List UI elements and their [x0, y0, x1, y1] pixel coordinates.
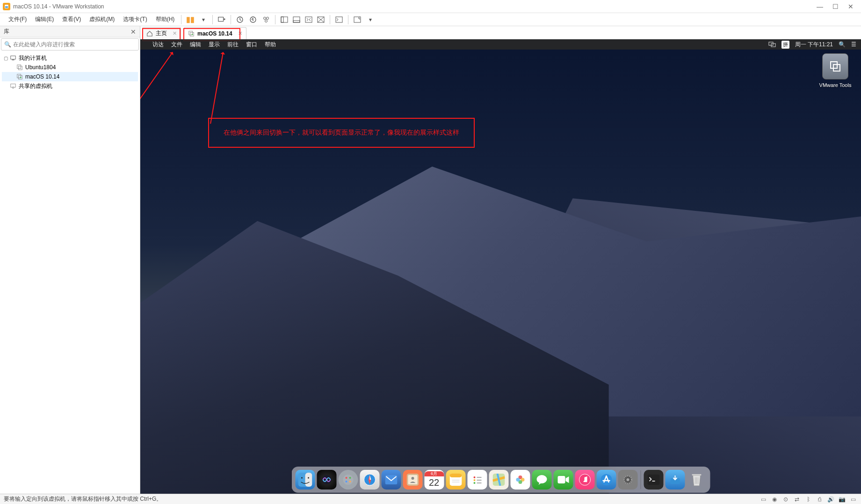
dock-launchpad[interactable] — [338, 470, 358, 490]
dropdown-icon[interactable]: ▾ — [197, 14, 210, 25]
snapshot-revert-button[interactable] — [247, 14, 259, 25]
svg-point-41 — [349, 481, 351, 482]
console-button[interactable] — [333, 14, 345, 25]
status-msg-icon[interactable]: ▭ — [849, 496, 857, 503]
dock-notes[interactable] — [446, 470, 465, 490]
svg-point-7 — [265, 20, 268, 22]
mac-menu-edit[interactable]: 编辑 — [190, 41, 201, 49]
status-device-icon[interactable]: ▭ — [759, 496, 767, 503]
fullscreen-button[interactable] — [351, 14, 363, 25]
dock-trash[interactable] — [687, 470, 706, 490]
status-printer-icon[interactable]: ⎙ — [815, 496, 824, 503]
menu-edit[interactable]: 编辑(E) — [31, 14, 58, 25]
svg-rect-78 — [692, 474, 701, 475]
mac-menu-help[interactable]: 帮助 — [265, 41, 276, 49]
search-input[interactable] — [13, 41, 136, 48]
menu-view[interactable]: 查看(V) — [58, 14, 85, 25]
mac-menu-finder[interactable]: 访达 — [152, 41, 164, 49]
menu-file[interactable]: 文件(F) — [5, 14, 30, 25]
dock-contacts[interactable] — [403, 470, 422, 490]
sidebar-close-button[interactable]: ✕ — [130, 28, 136, 36]
svg-rect-8 — [281, 17, 288, 22]
menu-vm[interactable]: 虚拟机(M) — [86, 14, 118, 25]
dock-terminal[interactable] — [644, 470, 663, 490]
tab-close-icon[interactable]: ✕ — [173, 30, 177, 36]
vmware-tools-icon — [822, 53, 848, 79]
home-icon — [146, 30, 153, 37]
desktop-vmware-tools[interactable]: VMware Tools — [819, 53, 852, 88]
mac-menu-goto[interactable]: 前往 — [227, 41, 239, 49]
status-net-icon[interactable]: ⇄ — [793, 496, 801, 503]
mac-menu-show[interactable]: 显示 — [209, 41, 220, 49]
tab-macos[interactable]: macOS 10.14 ✕ — [184, 27, 246, 39]
status-sound-icon[interactable]: 🔊 — [826, 496, 835, 503]
tree-item-ubuntu[interactable]: Ubuntu1804 — [2, 63, 138, 72]
content-area: 主页 ✕ macOS 10.14 ✕ 访达 文件 编辑 显示 前往 窗口 — [140, 26, 861, 494]
status-usb-icon[interactable]: ᛒ — [804, 496, 812, 503]
tree-root-mycomputer[interactable]: ▢ 我的计算机 — [2, 53, 138, 63]
svg-rect-51 — [449, 474, 462, 477]
dock-safari[interactable] — [360, 470, 379, 490]
svg-rect-46 — [385, 475, 397, 484]
snapshot-manage-button[interactable] — [260, 14, 272, 25]
dock-mail[interactable] — [381, 470, 401, 490]
menulist-icon[interactable]: ☰ — [851, 41, 856, 48]
svg-point-35 — [308, 477, 309, 479]
svg-point-74 — [626, 478, 629, 481]
maximize-button[interactable]: ☐ — [832, 3, 839, 10]
send-button[interactable] — [216, 14, 228, 25]
dock-settings[interactable] — [618, 470, 637, 490]
sidebar-title: 库 — [4, 28, 9, 36]
view-thumb-button[interactable] — [278, 14, 290, 25]
desktop-icon-label: VMware Tools — [819, 82, 852, 88]
dock-photos[interactable] — [510, 470, 530, 490]
view-stretch-button[interactable] — [315, 14, 327, 25]
svg-point-57 — [473, 482, 475, 484]
dock-finder[interactable] — [295, 470, 315, 490]
svg-rect-10 — [293, 17, 300, 22]
dropdown2-icon[interactable]: ▾ — [364, 14, 376, 25]
mac-menu-file[interactable]: 文件 — [171, 41, 182, 49]
svg-rect-1 — [5, 6, 8, 8]
dock-maps[interactable] — [489, 470, 508, 490]
tab-close-icon[interactable]: ✕ — [238, 30, 242, 36]
dock-calendar[interactable]: 6月 22 — [424, 470, 444, 490]
tab-home[interactable]: 主页 ✕ — [142, 27, 181, 39]
computer-icon — [9, 55, 17, 61]
tree-item-macos[interactable]: macOS 10.14 — [2, 72, 138, 81]
view-fit-button[interactable] — [303, 14, 315, 25]
menu-help[interactable]: 帮助(H) — [152, 14, 179, 25]
shared-icon — [9, 83, 17, 89]
dock-facetime[interactable] — [553, 470, 573, 490]
search-box[interactable]: 🔍 — [1, 38, 139, 50]
dock-siri[interactable] — [317, 470, 336, 490]
vm-tab-icon — [188, 30, 195, 37]
input-method-icon[interactable]: 拼 — [781, 41, 789, 49]
status-camera-icon[interactable]: 📷 — [838, 496, 846, 503]
mac-dock: 6月 22 — [291, 467, 710, 493]
view-console-button[interactable] — [290, 14, 303, 25]
pause-button[interactable]: ▮▮ — [184, 14, 196, 25]
dock-itunes[interactable] — [575, 470, 594, 490]
status-disk-icon[interactable]: ◉ — [770, 496, 779, 503]
svg-point-37 — [343, 475, 353, 485]
minimize-button[interactable]: — — [817, 3, 823, 10]
menu-tabs[interactable]: 选项卡(T) — [119, 14, 151, 25]
search-icon: 🔍 — [4, 41, 11, 48]
guest-display[interactable]: 访达 文件 编辑 显示 前往 窗口 帮助 拼 周一 下午11:21 🔍 ☰ — [140, 39, 861, 494]
close-button[interactable]: ✕ — [848, 3, 854, 10]
mirror-icon[interactable] — [768, 42, 776, 47]
dock-downloads[interactable] — [665, 470, 685, 490]
svg-rect-19 — [18, 66, 22, 70]
calendar-month: 6月 — [424, 471, 444, 476]
svg-point-6 — [267, 17, 269, 19]
tree-shared-vms[interactable]: 共享的虚拟机 — [2, 81, 138, 91]
status-cd-icon[interactable]: ⊙ — [781, 496, 790, 503]
dock-reminders[interactable] — [467, 470, 487, 490]
dock-messages[interactable] — [532, 470, 551, 490]
snapshot-button[interactable] — [234, 14, 246, 25]
mac-menu-window[interactable]: 窗口 — [246, 41, 257, 49]
mac-datetime[interactable]: 周一 下午11:21 — [795, 41, 833, 49]
spotlight-icon[interactable]: 🔍 — [839, 41, 846, 48]
dock-appstore[interactable] — [596, 470, 616, 490]
